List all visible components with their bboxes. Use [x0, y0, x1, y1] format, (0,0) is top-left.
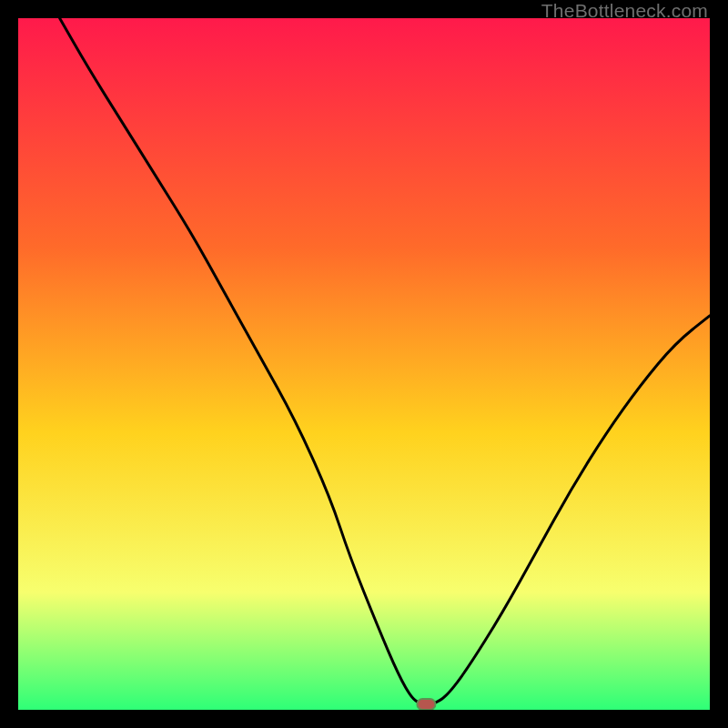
outer-frame: TheBottleneck.com — [0, 0, 728, 728]
optimal-point-marker — [417, 699, 435, 710]
plot-area — [18, 18, 710, 710]
bottleneck-chart — [18, 18, 710, 710]
